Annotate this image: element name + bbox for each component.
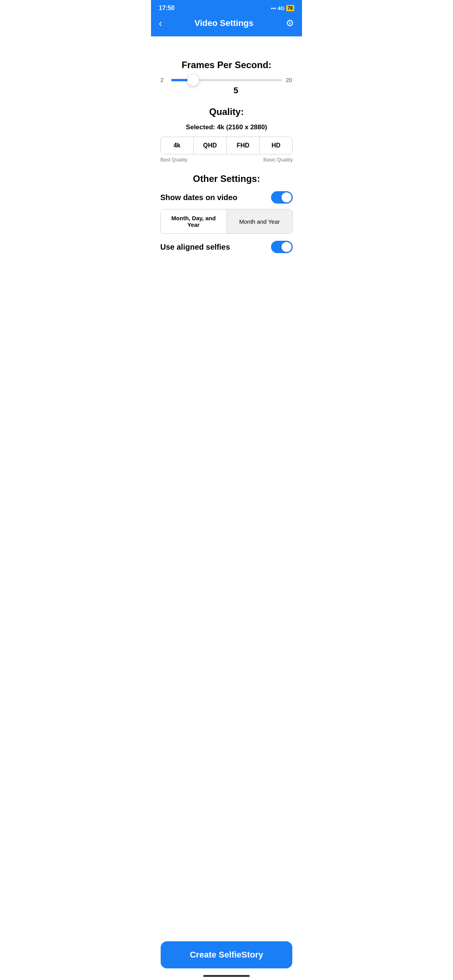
fps-title: Frames Per Second:: [160, 60, 293, 70]
show-dates-row: Show dates on video: [160, 191, 293, 204]
quality-btn-fhd[interactable]: FHD: [227, 137, 260, 154]
quality-labels: Best Quality Basic Quality: [160, 157, 293, 163]
quality-btn-hd[interactable]: HD: [260, 137, 292, 154]
status-time: 17:50: [159, 5, 175, 12]
status-icons: ▪▪▪ 4G 78: [271, 5, 294, 11]
show-dates-label: Show dates on video: [160, 193, 237, 202]
aligned-selfies-toggle[interactable]: [271, 241, 293, 253]
settings-gear-button[interactable]: ⚙: [286, 18, 294, 29]
other-settings-title: Other Settings:: [160, 173, 293, 184]
slider-thumb[interactable]: [187, 74, 199, 86]
quality-btn-4k[interactable]: 4k: [161, 137, 194, 154]
aligned-selfies-label: Use aligned selfies: [160, 243, 230, 252]
best-quality-label: Best Quality: [160, 157, 187, 163]
main-content: Frames Per Second: 2 20 5 Quality: Selec…: [151, 48, 302, 303]
app-header: ‹ Video Settings ⚙: [151, 15, 302, 36]
network-type: 4G: [278, 5, 284, 11]
show-dates-toggle[interactable]: [271, 191, 293, 204]
top-spacer: [151, 36, 302, 48]
date-format-btn-full[interactable]: Month, Day, and Year: [161, 209, 227, 233]
signal-icon: ▪▪▪: [271, 5, 276, 11]
fps-slider-container: 2 20: [160, 77, 293, 83]
quality-title: Quality:: [160, 106, 293, 117]
fps-section: Frames Per Second: 2 20 5: [160, 60, 293, 96]
page-title: Video Settings: [162, 18, 286, 28]
basic-quality-label: Basic Quality: [263, 157, 293, 163]
status-bar: 17:50 ▪▪▪ 4G 78: [151, 0, 302, 15]
date-format-btn-short[interactable]: Month and Year: [227, 209, 293, 233]
battery-indicator: 78: [286, 5, 294, 11]
fps-value: 5: [179, 86, 293, 96]
back-button[interactable]: ‹: [159, 18, 162, 28]
quality-selected: Selected: 4k (2160 x 2880): [160, 123, 293, 131]
quality-button-group: 4k QHD FHD HD: [160, 137, 293, 154]
quality-btn-qhd[interactable]: QHD: [194, 137, 226, 154]
slider-track[interactable]: [171, 79, 282, 81]
quality-section: Quality: Selected: 4k (2160 x 2880) 4k Q…: [160, 106, 293, 163]
other-settings-section: Other Settings: Show dates on video Mont…: [160, 173, 293, 253]
slider-min-label: 2: [160, 77, 167, 83]
aligned-selfies-knob: [281, 242, 292, 252]
show-dates-knob: [281, 192, 292, 202]
slider-max-label: 20: [286, 77, 293, 83]
aligned-selfies-row: Use aligned selfies: [160, 241, 293, 253]
date-format-group: Month, Day, and Year Month and Year: [160, 209, 293, 234]
